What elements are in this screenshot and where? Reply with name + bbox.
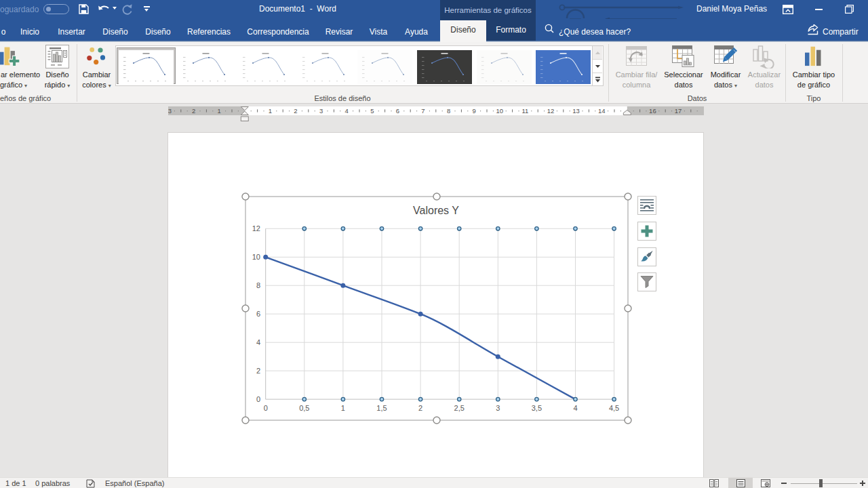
svg-text:2: 2: [418, 404, 422, 412]
svg-text:4: 4: [573, 404, 577, 412]
svg-text:8: 8: [256, 281, 260, 289]
svg-text:3: 3: [496, 404, 500, 412]
svg-text:4: 4: [256, 338, 260, 346]
svg-text:0: 0: [256, 395, 260, 403]
svg-text:1: 1: [341, 404, 345, 412]
svg-text:12: 12: [252, 224, 260, 232]
svg-text:10: 10: [252, 253, 260, 261]
svg-text:1,5: 1,5: [376, 404, 387, 412]
svg-text:2: 2: [256, 367, 260, 375]
svg-text:6: 6: [256, 310, 260, 318]
svg-text:3,5: 3,5: [532, 404, 542, 412]
svg-text:Valores Y: Valores Y: [413, 205, 459, 216]
svg-text:2,5: 2,5: [454, 404, 465, 412]
svg-text:0: 0: [264, 404, 268, 412]
svg-text:4,5: 4,5: [609, 404, 619, 412]
svg-text:0,5: 0,5: [299, 404, 309, 412]
